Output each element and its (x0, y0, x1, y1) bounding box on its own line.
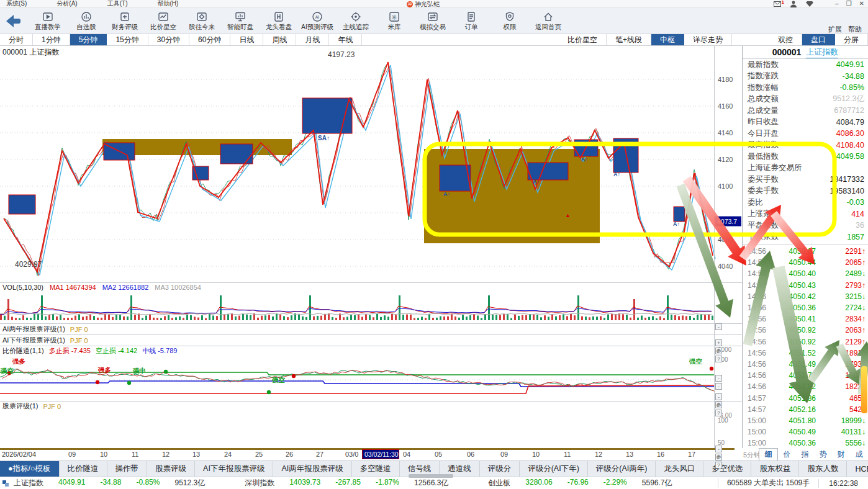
indicator-tab[interactable]: 操作带 (107, 461, 148, 477)
stock-name-link[interactable]: 上证指数 (806, 47, 838, 58)
indicator-tab[interactable]: 评级分(AI下年) (520, 461, 588, 477)
detail-tab[interactable]: 成 (850, 448, 868, 460)
mode-tab[interactable]: 双控 (769, 34, 802, 45)
toolbar-button[interactable]: 权限 (491, 11, 529, 32)
indicator-tab[interactable]: 股东权益 (751, 461, 799, 477)
indicator-tab[interactable]: AI两年报股票评级 (273, 461, 351, 477)
index-quote-group[interactable]: 创业板 3280.06 -76.96 -2.29% 5596.7亿 (488, 478, 672, 488)
detail-tab[interactable]: 势 (814, 448, 832, 460)
index-quote-group[interactable]: 深圳指数 14039.73 -267.85 -1.87% 12566.3亿 (245, 478, 448, 488)
axis-tick: 24 (224, 451, 232, 458)
collapse-button[interactable]: - (715, 375, 722, 382)
help-button[interactable]: ? (715, 462, 722, 469)
period-tab[interactable]: 1分钟 (33, 34, 70, 45)
indicator-tab[interactable]: 龙头风口 (656, 461, 703, 477)
stock-code: 000001 (772, 47, 802, 57)
menu-item[interactable]: 分析(A) (50, 0, 83, 8)
period-tab[interactable]: 15分钟 (107, 34, 148, 45)
maximize-button[interactable]: ❐ (846, 0, 852, 7)
param-button[interactable]: 参 (715, 454, 722, 460)
index-quote-group[interactable]: 上证指数 4049.91 -34.88 -0.85% 9512.3亿 (14, 478, 205, 488)
period-tab[interactable]: 月线 (296, 34, 329, 45)
mode-tab[interactable]: 盘口 (802, 34, 835, 45)
toolbar-button[interactable]: 主线追踪 (337, 11, 375, 32)
tick-row: 14:56 4050.42 3215↓ (743, 291, 868, 302)
menu-item[interactable]: 帮助(H) (151, 0, 184, 8)
param-button[interactable]: 参 (715, 348, 722, 354)
quote-value: 4086.30 (836, 129, 864, 138)
period-tab[interactable]: 分时 (0, 34, 33, 45)
collapse-button[interactable]: - (715, 393, 722, 400)
toolbar-button[interactable]: 龙头看盘 (260, 11, 298, 32)
detail-tab[interactable]: 细 (759, 448, 778, 460)
draw-tab[interactable]: 比价星空 (559, 34, 607, 45)
toolbar-button[interactable]: 自选股 (67, 11, 106, 32)
user-icon[interactable] (790, 1, 797, 7)
quote-value: 1857 (847, 233, 864, 241)
svg-text:A↑: A↑ (443, 191, 450, 197)
ai1-rating-value: PJF 0 (70, 337, 88, 344)
tick-time: 14:56 (748, 371, 772, 380)
indicator-tab[interactable]: 股东人数 (799, 461, 847, 477)
mail-icon[interactable]: 1 (774, 1, 781, 7)
indicator-tab[interactable]: AI下年报股票评级 (195, 461, 273, 477)
indicator-tab[interactable]: 多空隧道 (352, 461, 400, 477)
detail-tab[interactable]: 指 (796, 448, 814, 460)
expand-button[interactable]: + (715, 339, 722, 346)
toolbar-link[interactable]: 帮助 (848, 25, 862, 34)
period-tab[interactable]: 5分钟 (70, 34, 107, 45)
main-price-chart[interactable]: 000001 上证指数 4180416041404120410040604040… (0, 46, 742, 282)
indicator-tab[interactable]: 评级分 (480, 461, 520, 477)
toolbar-button[interactable]: 米 米库 (375, 11, 414, 32)
toolbar-button[interactable]: 模拟交易 (414, 11, 452, 32)
indicator-tab[interactable]: 股票评级 (147, 461, 195, 477)
toolbar-button[interactable]: 财务评级 (106, 11, 144, 32)
toolbar-button[interactable]: 返回首页 (529, 11, 567, 32)
back-button[interactable] (0, 14, 29, 28)
tick-row: 14:56 4050.07 2291↑ (743, 246, 868, 257)
period-tab[interactable]: 日线 (230, 34, 263, 45)
tick-list[interactable]: 14:56 4050.07 2291↑ 14:56 4050.44 2065↑ … (743, 244, 868, 448)
tick-time: 14:57 (748, 394, 772, 403)
help-button[interactable]: ? (715, 410, 722, 416)
toolbar-link[interactable]: 扩展 (828, 25, 842, 34)
vip-icon[interactable] (806, 1, 813, 7)
period-tab[interactable]: 30分钟 (148, 34, 189, 45)
toolbar-button[interactable]: 直播教学 (29, 11, 67, 32)
period-tab[interactable]: 年线 (329, 34, 362, 45)
draw-tab[interactable]: 详尽走势 (684, 34, 732, 45)
indicator-tab[interactable]: 比价隧道 (60, 461, 107, 477)
menu-item[interactable]: 工具(T) (101, 0, 134, 8)
indicator-tab[interactable]: ●指标/○模板 (0, 461, 60, 477)
toolbar-button[interactable]: 订单 (452, 11, 491, 32)
param-button[interactable]: 参 (715, 402, 722, 408)
quote-header: 000001 上证指数 (743, 46, 868, 59)
collapse-button[interactable]: - (715, 323, 722, 330)
toolbar-button[interactable]: 股往今来 (183, 11, 221, 32)
detail-tab[interactable]: 财 (832, 448, 850, 460)
mode-tab[interactable]: 分屏 (835, 34, 868, 45)
period-tab[interactable]: 周线 (263, 34, 296, 45)
menu-item[interactable]: 系统(S) (0, 0, 33, 8)
tab-scroll-indicator[interactable] (409, 474, 453, 478)
axis-tick: 09 (68, 451, 76, 458)
collapse-button[interactable]: - (715, 446, 722, 452)
toolbar-label: 股往今来 (189, 23, 215, 32)
period-tab[interactable]: 60分钟 (189, 34, 230, 45)
indicator-tab[interactable]: 多空优选 (703, 461, 751, 477)
close-button[interactable]: ✕ (859, 0, 864, 7)
detail-tab[interactable]: 价 (778, 448, 796, 460)
toolbar-button[interactable]: AI AI预测评级 (298, 11, 337, 32)
toolbar-button[interactable]: 比价星空 (144, 11, 183, 32)
indicator-tab[interactable]: 评级分(AI两年) (588, 461, 656, 477)
indicator-tab[interactable]: HCBOLL (847, 461, 868, 477)
draw-tab[interactable]: 笔+线段 (607, 34, 651, 45)
help-button[interactable]: ? (715, 356, 722, 362)
minimize-button[interactable]: – (835, 0, 839, 7)
svg-text:4160: 4160 (718, 102, 733, 110)
collapse-button[interactable]: - (715, 383, 722, 390)
index-pct: -1.87% (376, 478, 399, 488)
draw-tab[interactable]: 中枢 (651, 34, 684, 45)
toolbar-button[interactable]: 智能盯盘 (221, 11, 260, 32)
svg-text:AI: AI (315, 14, 320, 19)
